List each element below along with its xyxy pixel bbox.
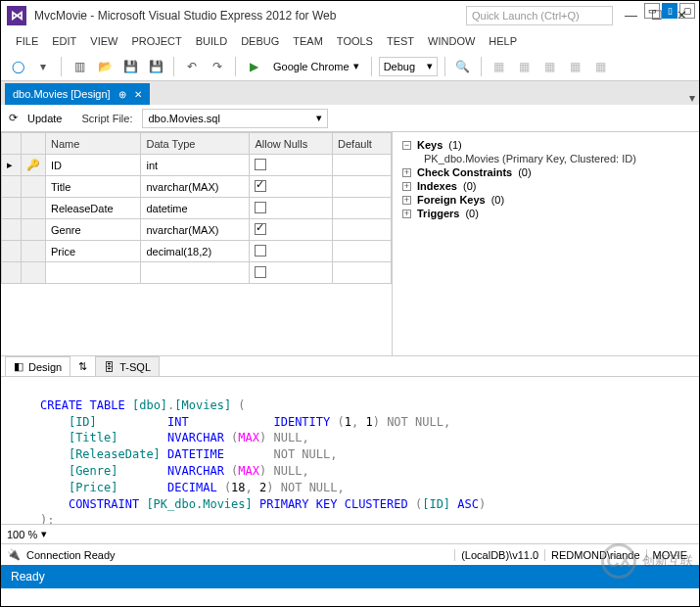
menu-test[interactable]: TEST	[382, 33, 419, 49]
expander-icon[interactable]: +	[402, 168, 411, 177]
col-datatype[interactable]: Data Type	[141, 133, 250, 155]
menu-edit[interactable]: EDIT	[47, 33, 81, 49]
chevron-down-icon[interactable]: ▾	[41, 528, 47, 540]
update-button[interactable]: Update	[27, 113, 62, 124]
cell-default[interactable]	[333, 241, 392, 262]
swap-panes-button[interactable]: ⇅	[74, 356, 91, 376]
zoom-value[interactable]: 100 %	[7, 529, 37, 540]
start-button[interactable]: ▶	[243, 56, 264, 77]
script-file-combo[interactable]: dbo.Movies.sql ▾	[142, 109, 328, 128]
cell-name[interactable]: Price	[46, 241, 141, 262]
tool-icon[interactable]: ▦	[539, 56, 561, 77]
new-project-button[interactable]: ▥	[69, 56, 90, 77]
cell-default[interactable]	[333, 155, 392, 176]
separator	[371, 57, 372, 76]
quick-launch-input[interactable]: Quick Launch (Ctrl+Q)	[466, 6, 613, 25]
tab-tsql-label: T-SQL	[119, 361, 151, 373]
table-row[interactable]: ▸🔑IDint	[2, 155, 392, 176]
tool-icon[interactable]: ▦	[489, 56, 510, 77]
cell-allownulls[interactable]	[250, 241, 333, 262]
find-button[interactable]: 🔍	[452, 56, 474, 77]
menu-team[interactable]: TEAM	[288, 33, 328, 49]
row-selector[interactable]	[2, 176, 22, 198]
cell-datatype[interactable]: datetime	[141, 198, 250, 219]
check-header[interactable]: Check Constraints	[417, 166, 512, 178]
menu-project[interactable]: PROJECT	[126, 33, 186, 49]
triggers-count: (0)	[465, 208, 478, 219]
cell-default[interactable]	[333, 198, 392, 219]
triggers-header[interactable]: Triggers	[417, 208, 459, 219]
menu-tools[interactable]: TOOLS	[332, 33, 378, 49]
open-button[interactable]: 📂	[94, 56, 116, 77]
cell-allownulls[interactable]	[250, 219, 333, 241]
table-row[interactable]: ReleaseDatedatetime	[2, 198, 392, 219]
row-selector[interactable]	[2, 241, 22, 262]
cell-allownulls[interactable]	[250, 176, 333, 198]
tool-icon[interactable]: ▦	[565, 56, 586, 77]
menu-build[interactable]: BUILD	[191, 33, 232, 49]
col-allownulls[interactable]: Allow Nulls	[250, 133, 333, 155]
tab-overflow-button[interactable]: ▾	[689, 91, 695, 105]
cell-allownulls[interactable]	[250, 155, 333, 176]
cell-datatype[interactable]: nvarchar(MAX)	[141, 219, 250, 241]
nav-fwd-button[interactable]: ▾	[32, 56, 54, 77]
cell-datatype[interactable]: nvarchar(MAX)	[141, 176, 250, 198]
save-button[interactable]: 💾	[119, 56, 141, 77]
pk-item[interactable]: PK_dbo.Movies (Primary Key, Clustered: I…	[402, 152, 689, 165]
columns-grid[interactable]: Name Data Type Allow Nulls Default ▸🔑IDi…	[1, 132, 392, 284]
sql-editor[interactable]: CREATE TABLE [dbo].[Movies] ( [ID] INT I…	[1, 377, 699, 524]
chevron-down-icon: ▾	[353, 60, 359, 72]
browser-combo[interactable]: Google Chrome ▾	[268, 57, 364, 76]
tool-icon[interactable]: ▦	[590, 56, 612, 77]
nav-back-button[interactable]: ◯	[7, 56, 28, 77]
table-row-new[interactable]	[2, 262, 392, 284]
col-default[interactable]: Default	[333, 133, 392, 155]
redo-button[interactable]: ↷	[207, 56, 228, 77]
split-h-button[interactable]: ▭	[644, 3, 660, 19]
menu-file[interactable]: FILE	[11, 33, 43, 49]
expander-icon[interactable]: −	[402, 141, 411, 150]
table-row[interactable]: Titlenvarchar(MAX)	[2, 176, 392, 198]
pin-icon[interactable]: ⊕	[118, 89, 126, 100]
save-all-button[interactable]: 💾	[145, 56, 166, 77]
indexes-header[interactable]: Indexes	[417, 180, 457, 192]
cell-name[interactable]: Genre	[46, 219, 141, 241]
cell-default[interactable]	[333, 176, 392, 198]
undo-button[interactable]: ↶	[181, 56, 203, 77]
close-tab-button[interactable]: ✕	[134, 89, 142, 100]
cell-name[interactable]: Title	[46, 176, 141, 198]
row-selector[interactable]	[2, 219, 22, 241]
table-row[interactable]: Genrenvarchar(MAX)	[2, 219, 392, 241]
fk-header[interactable]: Foreign Keys	[417, 194, 486, 206]
cell-allownulls[interactable]	[250, 198, 333, 219]
menu-window[interactable]: WINDOW	[423, 33, 480, 49]
tab-design[interactable]: ◧ Design	[5, 356, 70, 376]
tab-dbo-movies[interactable]: dbo.Movies [Design] ⊕ ✕	[5, 83, 150, 105]
chevron-down-icon: ▾	[316, 112, 322, 124]
cell-default[interactable]	[333, 219, 392, 241]
col-name[interactable]: Name	[46, 133, 141, 155]
separator	[173, 57, 174, 76]
tool-icon[interactable]: ▦	[514, 56, 536, 77]
tab-tsql[interactable]: 🗄 T-SQL	[95, 356, 160, 376]
collapse-button[interactable]: ▢	[679, 3, 695, 19]
expander-icon[interactable]: +	[402, 182, 411, 191]
expander-icon[interactable]: +	[402, 196, 411, 205]
config-combo[interactable]: Debug ▾	[379, 57, 438, 76]
keys-header[interactable]: Keys	[417, 139, 443, 151]
minimize-button[interactable]: —	[625, 8, 637, 23]
menu-help[interactable]: HELP	[484, 33, 522, 49]
table-row[interactable]: Pricedecimal(18,2)	[2, 241, 392, 262]
menu-debug[interactable]: DEBUG	[236, 33, 284, 49]
row-selector[interactable]	[2, 198, 22, 219]
cell-name[interactable]: ReleaseDate	[46, 198, 141, 219]
cell-datatype[interactable]: decimal(18,2)	[141, 241, 250, 262]
menu-view[interactable]: VIEW	[85, 33, 122, 49]
split-v-button[interactable]: ▯	[662, 3, 677, 19]
cell-datatype[interactable]: int	[141, 155, 250, 176]
row-selector[interactable]: ▸	[2, 155, 22, 176]
separator	[235, 57, 236, 76]
cell-name[interactable]: ID	[46, 155, 141, 176]
expander-icon[interactable]: +	[402, 210, 411, 218]
vs-logo-icon: ⋈	[7, 6, 26, 25]
